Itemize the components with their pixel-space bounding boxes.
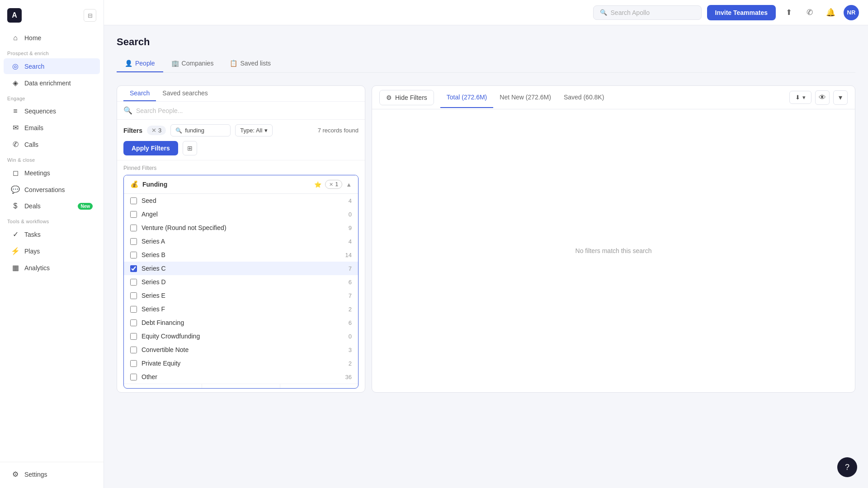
- funding-checkbox-convertible-note[interactable]: [130, 347, 137, 353]
- funding-checkbox-venture[interactable]: [130, 225, 137, 231]
- funding-checkbox-equity-crowdfunding[interactable]: [130, 333, 137, 340]
- sidebar-item-plays[interactable]: ⚡ Plays: [4, 243, 100, 259]
- sidebar-item-settings[interactable]: ⚙ Settings: [4, 466, 100, 482]
- funding-count-series-d: 6: [349, 279, 352, 286]
- funding-icon: 💰: [130, 180, 139, 188]
- tab-people[interactable]: 👤 People: [117, 55, 163, 72]
- funding-option-debt-financing[interactable]: Debt Financing 6: [124, 316, 358, 329]
- funding-options-list: Seed 4 Angel 0 Venture (Round not Specif…: [124, 194, 358, 384]
- tasks-icon: ✓: [11, 230, 20, 239]
- tab-saved-lists[interactable]: 📋 Saved lists: [222, 55, 279, 72]
- eye-view-btn[interactable]: 👁: [815, 90, 830, 105]
- funding-checkbox-series-d[interactable]: [130, 279, 137, 286]
- grid-view-button[interactable]: ⊞: [183, 141, 197, 155]
- apply-filters-button[interactable]: Apply Filters: [123, 141, 178, 155]
- upload-icon-btn[interactable]: ⬆: [781, 5, 797, 20]
- rp-tab-net-new[interactable]: Net New (272.6M): [493, 87, 557, 108]
- funding-checkbox-private-equity[interactable]: [130, 360, 137, 367]
- sidebar-item-search[interactable]: ◎ Search: [4, 58, 100, 74]
- funding-checkbox-series-e[interactable]: [130, 292, 137, 299]
- right-panel: ⚙ Hide Filters Total (272.6M) Net New (2…: [372, 85, 855, 393]
- sidebar-item-label: Home: [24, 34, 41, 42]
- sidebar-item-sequences[interactable]: ≡ Sequences: [4, 103, 100, 119]
- more-options-btn[interactable]: ▾: [833, 90, 848, 105]
- invite-teammates-button[interactable]: Invite Teammates: [707, 5, 776, 20]
- funding-checkbox-series-b[interactable]: [130, 252, 137, 258]
- sidebar-item-emails[interactable]: ✉ Emails: [4, 120, 100, 136]
- funding-checkbox-debt-financing[interactable]: [130, 319, 137, 326]
- funding-checkbox-series-f[interactable]: [130, 306, 137, 313]
- filter-search-input[interactable]: [185, 127, 226, 134]
- sidebar-item-deals[interactable]: $ Deals New: [4, 198, 100, 214]
- funding-option-private-equity[interactable]: Private Equity 2: [124, 357, 358, 370]
- funding-option-series-c[interactable]: Series C 7: [124, 262, 358, 275]
- filter-count-badge[interactable]: ✕ 3: [147, 126, 166, 135]
- app-logo[interactable]: A: [7, 8, 22, 23]
- funding-option-series-d[interactable]: Series D 6: [124, 275, 358, 289]
- main-content: Search 👤 People 🏢 Companies 📋 Saved list…: [104, 25, 868, 488]
- records-found-label: 7 records found: [318, 127, 359, 134]
- search-apollo-input[interactable]: 🔍 Search Apollo: [593, 5, 702, 20]
- filter-is-unknown-btn[interactable]: Is unknown: [280, 384, 358, 389]
- funding-option-angel[interactable]: Angel 0: [124, 207, 358, 221]
- sidebar-item-home[interactable]: ⌂ Home: [4, 30, 100, 46]
- sidebar-toggle-button[interactable]: ⊟: [84, 9, 96, 22]
- sidebar-item-calls[interactable]: ✆ Calls: [4, 136, 100, 152]
- rp-tab-saved[interactable]: Saved (60.8K): [557, 87, 611, 108]
- funding-count-series-a: 4: [349, 238, 352, 245]
- funding-count-series-e: 7: [349, 292, 352, 299]
- funding-option-seed[interactable]: Seed 4: [124, 194, 358, 207]
- sidebar-item-data-enrichment[interactable]: ◈ Data enrichment: [4, 75, 100, 91]
- funding-option-series-f[interactable]: Series F 2: [124, 302, 358, 316]
- funding-filter-header[interactable]: 💰 Funding ⭐ ✕ 1 ▲: [124, 175, 358, 194]
- calls-icon: ✆: [11, 140, 20, 149]
- funding-option-convertible-note[interactable]: Convertible Note 3: [124, 343, 358, 357]
- user-avatar[interactable]: NR: [844, 5, 859, 20]
- sidebar-item-tasks[interactable]: ✓ Tasks: [4, 226, 100, 242]
- filter-is-known-btn[interactable]: Is known: [202, 384, 280, 389]
- funding-option-label: Series D: [142, 278, 166, 286]
- sidebar-item-conversations[interactable]: 💬 Conversations: [4, 182, 100, 197]
- funding-option-label: Private Equity: [142, 360, 180, 367]
- funding-checkbox-other[interactable]: [130, 374, 137, 380]
- funding-option-other[interactable]: Other 36: [124, 370, 358, 384]
- help-button[interactable]: ?: [837, 457, 857, 477]
- right-panel-actions: ⬇ ▾ 👁 ▾: [789, 90, 848, 105]
- filter-is-between-btn[interactable]: Is between: [124, 384, 202, 389]
- funding-checkbox-angel[interactable]: [130, 211, 137, 218]
- sidebar-section-engage: Engage: [0, 91, 104, 103]
- hide-filters-button[interactable]: ⚙ Hide Filters: [379, 90, 434, 105]
- search-people-icon: 🔍: [123, 106, 132, 115]
- funding-option-series-b[interactable]: Series B 14: [124, 248, 358, 262]
- funding-filter-card: 💰 Funding ⭐ ✕ 1 ▲ Se: [123, 175, 359, 389]
- bell-icon-btn[interactable]: 🔔: [823, 5, 838, 20]
- funding-option-series-e[interactable]: Series E 7: [124, 289, 358, 302]
- phone-icon-btn[interactable]: ✆: [802, 5, 817, 20]
- funding-option-venture[interactable]: Venture (Round not Specified) 9: [124, 221, 358, 235]
- funding-collapse-icon[interactable]: ▲: [346, 181, 352, 188]
- left-tab-saved-searches[interactable]: Saved searches: [156, 86, 214, 101]
- right-panel-top-bar: ⚙ Hide Filters Total (272.6M) Net New (2…: [372, 86, 855, 109]
- funding-option-series-a[interactable]: Series A 4: [124, 235, 358, 248]
- funding-checkbox-series-c[interactable]: [130, 265, 137, 272]
- funding-checkbox-seed[interactable]: [130, 197, 137, 204]
- filters-label: Filters: [123, 127, 142, 134]
- sidebar-item-analytics[interactable]: ▦ Analytics: [4, 260, 100, 276]
- meetings-icon: ◻: [11, 169, 20, 177]
- funding-option-label: Debt Financing: [142, 319, 184, 326]
- funding-option-equity-crowdfunding[interactable]: Equity Crowdfunding 0: [124, 329, 358, 343]
- save-icon: ⬇: [795, 94, 800, 101]
- tab-companies[interactable]: 🏢 Companies: [163, 55, 222, 72]
- filters-bar: Filters ✕ 3 🔍 Type: All ▾ 7 records foun…: [117, 120, 365, 160]
- type-filter-dropdown[interactable]: Type: All ▾: [235, 124, 273, 136]
- settings-icon: ⚙: [11, 470, 20, 479]
- funding-option-label: Series F: [142, 305, 165, 313]
- search-apollo-placeholder: Search Apollo: [611, 9, 650, 16]
- sidebar-section-tools: Tools & workflows: [0, 214, 104, 226]
- search-people-input[interactable]: [136, 107, 359, 114]
- left-tab-search[interactable]: Search: [123, 86, 156, 101]
- funding-checkbox-series-a[interactable]: [130, 238, 137, 245]
- save-list-btn[interactable]: ⬇ ▾: [789, 91, 811, 104]
- rp-tab-total[interactable]: Total (272.6M): [440, 87, 493, 108]
- sidebar-item-meetings[interactable]: ◻ Meetings: [4, 165, 100, 181]
